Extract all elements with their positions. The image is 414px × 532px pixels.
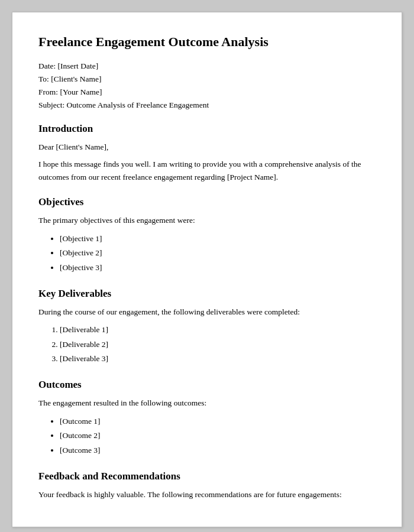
objectives-list: [Objective 1] [Objective 2] [Objective 3… (60, 232, 376, 275)
meta-subject: Subject: Outcome Analysis of Freelance E… (38, 100, 376, 110)
list-item: [Deliverable 1] (60, 323, 376, 337)
meta-block: Date: [Insert Date] To: [Client's Name] … (38, 61, 376, 110)
outcomes-heading: Outcomes (38, 379, 376, 391)
list-item: [Outcome 2] (60, 429, 376, 443)
list-item: [Deliverable 2] (60, 338, 376, 352)
introduction-body: I hope this message finds you well. I am… (38, 158, 376, 183)
meta-date: Date: [Insert Date] (38, 61, 376, 71)
outcomes-list: [Outcome 1] [Outcome 2] [Outcome 3] (60, 414, 376, 458)
list-item: [Outcome 3] (60, 443, 376, 458)
deliverables-heading: Key Deliverables (38, 288, 376, 300)
document-page: Freelance Engagement Outcome Analysis Da… (12, 12, 402, 527)
meta-from: From: [Your Name] (38, 87, 376, 97)
objectives-intro: The primary objectives of this engagemen… (38, 214, 376, 227)
feedback-heading: Feedback and Recommendations (38, 471, 376, 482)
list-item: [Outcome 1] (60, 414, 376, 429)
list-item: [Objective 2] (60, 246, 376, 260)
list-item: [Objective 1] (60, 232, 376, 246)
list-item: [Deliverable 3] (60, 352, 376, 366)
list-item: [Objective 3] (60, 261, 376, 275)
meta-to: To: [Client's Name] (38, 74, 376, 84)
introduction-greeting: Dear [Client's Name], (38, 141, 376, 154)
feedback-intro: Your feedback is highly valuable. The fo… (38, 488, 376, 501)
outcomes-intro: The engagement resulted in the following… (38, 397, 376, 410)
deliverables-list: [Deliverable 1] [Deliverable 2] [Deliver… (60, 323, 376, 366)
introduction-heading: Introduction (38, 123, 376, 135)
document-title: Freelance Engagement Outcome Analysis (38, 34, 376, 51)
objectives-heading: Objectives (38, 196, 376, 208)
deliverables-intro: During the course of our engagement, the… (38, 306, 376, 319)
